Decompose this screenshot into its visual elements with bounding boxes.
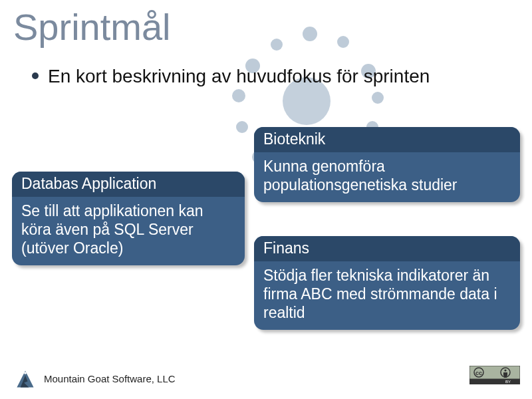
- svg-point-7: [504, 369, 506, 371]
- card-databas-header: Databas Application: [12, 172, 245, 197]
- card-bioteknik-body: Kunna genomföra populationsgenetiska stu…: [254, 152, 520, 202]
- card-bioteknik: Bioteknik Kunna genomföra populationsgen…: [254, 127, 520, 202]
- card-bioteknik-header: Bioteknik: [254, 127, 520, 152]
- bullet-text: En kort beskrivning av huvudfokus för sp…: [48, 65, 430, 88]
- bullet-dot-icon: [32, 72, 39, 79]
- goat-logo-icon: [13, 367, 37, 391]
- svg-text:cc: cc: [475, 370, 482, 376]
- cc-by-icon: cc BY: [469, 366, 520, 384]
- card-finans: Finans Stödja fler tekniska indikatorer …: [254, 236, 520, 330]
- card-finans-header: Finans: [254, 236, 520, 261]
- card-finans-body: Stödja fler tekniska indikatorer än firm…: [254, 261, 520, 330]
- footer: Mountain Goat Software, LLC: [13, 367, 176, 391]
- svg-point-2: [24, 372, 27, 374]
- svg-rect-8: [469, 379, 520, 384]
- cc-by-label: BY: [505, 380, 511, 384]
- cc-badge: cc BY: [469, 366, 520, 387]
- card-databas: Databas Application Se till att applikat…: [12, 172, 245, 265]
- footer-company: Mountain Goat Software, LLC: [44, 373, 176, 384]
- card-databas-body: Se till att applikationen kan köra även …: [12, 197, 245, 265]
- bullet-item: En kort beskrivning av huvudfokus för sp…: [0, 53, 532, 88]
